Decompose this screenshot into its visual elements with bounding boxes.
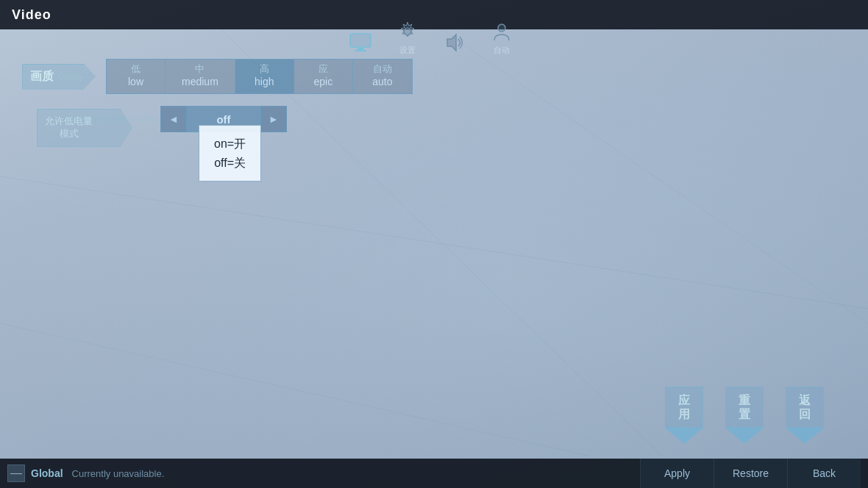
quality-label-arrow: 画质 Quality bbox=[22, 64, 96, 90]
info-line1: on=开 bbox=[214, 134, 246, 154]
quality-low-en: low bbox=[128, 76, 143, 87]
apply-bottom-btn[interactable]: Apply bbox=[640, 459, 714, 488]
restore-action-text: 重 置 bbox=[725, 387, 764, 428]
status-text: Currently unavailable. bbox=[72, 468, 165, 479]
apply-arrow-icon bbox=[665, 428, 703, 444]
quality-high-cn: 高 bbox=[260, 62, 269, 76]
quality-medium-cn: 中 bbox=[195, 62, 204, 76]
apply-action-btn[interactable]: 应 用 bbox=[665, 387, 703, 444]
restore-arrow-icon bbox=[725, 428, 764, 444]
quality-auto-en: auto bbox=[372, 76, 392, 87]
back-action-text: 返 回 bbox=[786, 387, 824, 428]
quality-high-en: high bbox=[255, 76, 274, 87]
quality-auto-cn: 自动 bbox=[373, 62, 392, 76]
quality-btn-high[interactable]: 高 high bbox=[235, 60, 294, 93]
quality-btn-medium[interactable]: 中 medium bbox=[166, 60, 235, 93]
low-power-prev-btn[interactable]: ◄ bbox=[160, 106, 187, 132]
low-power-next-btn[interactable]: ► bbox=[260, 106, 287, 132]
restore-action-btn[interactable]: 重 置 bbox=[725, 387, 764, 444]
page-title: Video bbox=[12, 7, 51, 23]
quality-epic-cn: 应 bbox=[319, 62, 328, 76]
low-power-label-arrow: 允许低电量 模式 bbox=[37, 109, 132, 147]
global-label: Global bbox=[31, 467, 63, 479]
quality-label-cn: 画质 bbox=[30, 69, 54, 85]
low-power-row: Allow Low Power Mode ◄ off ► bbox=[22, 106, 846, 132]
quality-medium-en: medium bbox=[182, 76, 218, 87]
quality-btn-auto[interactable]: 自动 auto bbox=[353, 60, 412, 93]
apply-action-text: 应 用 bbox=[665, 387, 703, 428]
low-power-label-cn: 允许低电量 模式 bbox=[45, 115, 93, 140]
quality-row: 画质 Quality 低 low 中 medium 高 high 应 epic … bbox=[22, 59, 846, 94]
quality-label-en: Quality bbox=[58, 72, 83, 81]
bottom-bar: — Global Currently unavailable. Apply Re… bbox=[0, 459, 868, 488]
back-action-btn[interactable]: 返 回 bbox=[786, 387, 824, 444]
restore-bottom-btn[interactable]: Restore bbox=[714, 459, 787, 488]
quality-low-cn: 低 bbox=[131, 62, 140, 76]
info-box: on=开 off=关 bbox=[199, 125, 261, 182]
quality-buttons: 低 low 中 medium 高 high 应 epic 自动 auto bbox=[106, 59, 413, 94]
back-arrow-icon bbox=[786, 428, 824, 444]
action-arrows: 应 用 重 置 返 回 bbox=[665, 387, 824, 444]
quality-btn-epic[interactable]: 应 epic bbox=[294, 60, 353, 93]
quality-btn-low[interactable]: 低 low bbox=[107, 60, 166, 93]
back-bottom-btn[interactable]: Back bbox=[787, 459, 861, 488]
bottom-buttons: Apply Restore Back bbox=[640, 459, 861, 488]
minus-button[interactable]: — bbox=[7, 464, 25, 482]
quality-epic-en: epic bbox=[313, 76, 332, 87]
info-line2: off=关 bbox=[214, 154, 246, 173]
